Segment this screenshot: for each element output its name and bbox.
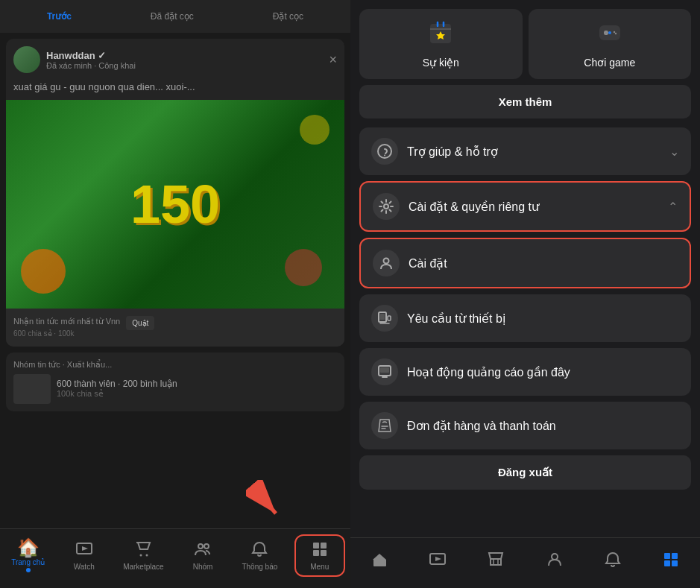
- menu-icon: [311, 540, 329, 561]
- svg-rect-36: [664, 560, 670, 566]
- nav-home-label: Trang chủ: [11, 558, 45, 566]
- svg-rect-9: [321, 543, 327, 549]
- svg-rect-30: [380, 367, 389, 373]
- nav-notifications[interactable]: Thông báo: [236, 537, 283, 574]
- support-section[interactable]: Trợ giúp & hỗ trợ ⌄: [359, 127, 691, 175]
- nav-groups[interactable]: Nhóm: [180, 537, 225, 574]
- svg-point-23: [384, 155, 385, 157]
- svg-point-33: [552, 554, 558, 560]
- svg-rect-28: [388, 316, 391, 320]
- cai-dat-icon: [373, 250, 400, 276]
- rnav-notifications[interactable]: [594, 548, 631, 576]
- svg-rect-35: [672, 553, 678, 559]
- bottom-nav-left: 🏠 Trang chủ Watch Marketplace: [0, 528, 350, 588]
- home-icon: 🏠: [17, 539, 40, 557]
- menu-button-wrapper: Menu: [294, 534, 345, 577]
- nav-menu-label: Menu: [310, 563, 329, 571]
- notifications-icon: [250, 540, 268, 561]
- fake-post-card: Hanwddan ✓ Đã xác minh · Công khai × xua…: [6, 39, 344, 347]
- nav-groups-label: Nhóm: [193, 563, 213, 571]
- svg-rect-27: [380, 314, 385, 320]
- settings-icon: [373, 193, 400, 220]
- rnav-home[interactable]: [361, 548, 398, 576]
- cai-dat-label: Cài đặt: [409, 256, 678, 271]
- fake-meta: Đã xác minh · Công khai: [46, 61, 136, 70]
- games-card[interactable]: Chơi game: [529, 9, 692, 79]
- logout-button[interactable]: Đăng xuất: [359, 455, 691, 490]
- fake-avatar: [13, 46, 40, 73]
- settings-section-label: Cài đặt & quyền riêng tư: [409, 200, 659, 214]
- fake-username: Hanwddan ✓: [46, 50, 136, 61]
- nav-marketplace[interactable]: Marketplace: [117, 537, 169, 574]
- svg-rect-13: [430, 28, 451, 30]
- events-icon: [427, 19, 454, 51]
- device-item[interactable]: Yêu cầu từ thiết bị: [359, 294, 691, 342]
- fake-second-text: Nhóm tin tức · Xuất khẩu...: [13, 360, 337, 370]
- svg-point-25: [384, 259, 389, 264]
- nav-watch-label: Watch: [74, 563, 95, 571]
- ads-icon: [371, 358, 398, 385]
- fake-tab-3: Đặt cọc: [264, 5, 312, 28]
- support-chevron: ⌄: [669, 145, 679, 159]
- bottom-nav-right: [350, 537, 700, 588]
- rnav-notifications-icon: [604, 551, 622, 573]
- fake-second-sub: 100k chia sẻ: [57, 389, 177, 399]
- settings-header[interactable]: Cài đặt & quyền riêng tư ⌃: [359, 181, 691, 232]
- nav-menu[interactable]: Menu: [297, 537, 342, 574]
- fake-tab-2: Đã đặt cọc: [142, 5, 203, 28]
- fake-bottom-text: Nhận tin tức mới nhất từ Vnn 600 chia sẻ…: [13, 316, 120, 339]
- quick-actions-row: Sự kiện Chơi game: [350, 0, 700, 85]
- games-icon: [596, 19, 623, 51]
- rnav-profile[interactable]: [536, 548, 573, 576]
- fake-header: Trước Đã đặt cọc Đặt cọc: [0, 0, 350, 33]
- settings-chevron: ⌃: [668, 200, 678, 214]
- left-panel: Trước Đã đặt cọc Đặt cọc Hanwddan ✓ Đã x…: [0, 0, 350, 588]
- rnav-marketplace[interactable]: [477, 548, 514, 576]
- rnav-menu[interactable]: [652, 548, 690, 576]
- rnav-watch[interactable]: [419, 548, 456, 576]
- fake-green-number: 150: [130, 174, 220, 235]
- rnav-watch-icon: [429, 551, 447, 573]
- groups-icon: [194, 540, 212, 561]
- ads-item[interactable]: Hoạt động quảng cáo gần đây: [359, 348, 691, 396]
- events-label: Sự kiện: [423, 57, 459, 69]
- games-label: Chơi game: [584, 57, 635, 69]
- device-icon: [371, 305, 398, 332]
- rnav-home-icon: [371, 551, 388, 573]
- cai-dat-item[interactable]: Cài đặt: [359, 238, 691, 288]
- svg-rect-11: [321, 550, 327, 556]
- device-label: Yêu cầu từ thiết bị: [407, 312, 679, 326]
- svg-rect-8: [313, 543, 319, 549]
- fake-post-image: 150: [6, 100, 344, 309]
- right-scroll-area[interactable]: Sự kiện Chơi game: [350, 0, 700, 537]
- nav-watch[interactable]: Watch: [62, 537, 107, 574]
- right-panel: Sự kiện Chơi game: [350, 0, 700, 588]
- svg-marker-32: [435, 557, 441, 561]
- rnav-profile-icon: [546, 551, 564, 573]
- svg-point-7: [204, 544, 209, 549]
- events-card[interactable]: Sự kiện: [359, 9, 523, 79]
- logout-label: Đăng xuất: [498, 466, 552, 478]
- svg-rect-19: [605, 31, 607, 35]
- rnav-menu-icon: [662, 551, 680, 573]
- svg-rect-10: [313, 550, 319, 556]
- red-arrow: [246, 480, 291, 525]
- see-more-button[interactable]: Xem thêm: [359, 85, 691, 118]
- svg-point-6: [198, 544, 203, 549]
- home-active-dot: [26, 568, 31, 572]
- svg-rect-37: [672, 560, 678, 566]
- fake-post-text: xuat giá gu - guu nguon qua dien... xuoi…: [6, 80, 344, 100]
- svg-point-24: [384, 204, 388, 209]
- fake-bottom-card: Nhận tin tức mới nhất từ Vnn 600 chia sẻ…: [6, 309, 344, 347]
- support-label: Trợ giúp & hỗ trợ: [407, 145, 660, 159]
- svg-point-16: [608, 31, 611, 34]
- nav-home[interactable]: 🏠 Trang chủ: [5, 536, 51, 575]
- ads-label: Hoạt động quảng cáo gần đây: [407, 365, 679, 379]
- fake-tab-1: Trước: [38, 5, 81, 28]
- fake-second-title: 600 thành viên · 200 bình luận: [57, 379, 177, 389]
- fake-close: ×: [329, 52, 337, 68]
- nav-marketplace-label: Marketplace: [123, 563, 163, 571]
- orders-item[interactable]: Đơn đặt hàng và thanh toán: [359, 402, 691, 449]
- rnav-marketplace-icon: [487, 551, 505, 573]
- svg-point-20: [614, 31, 615, 33]
